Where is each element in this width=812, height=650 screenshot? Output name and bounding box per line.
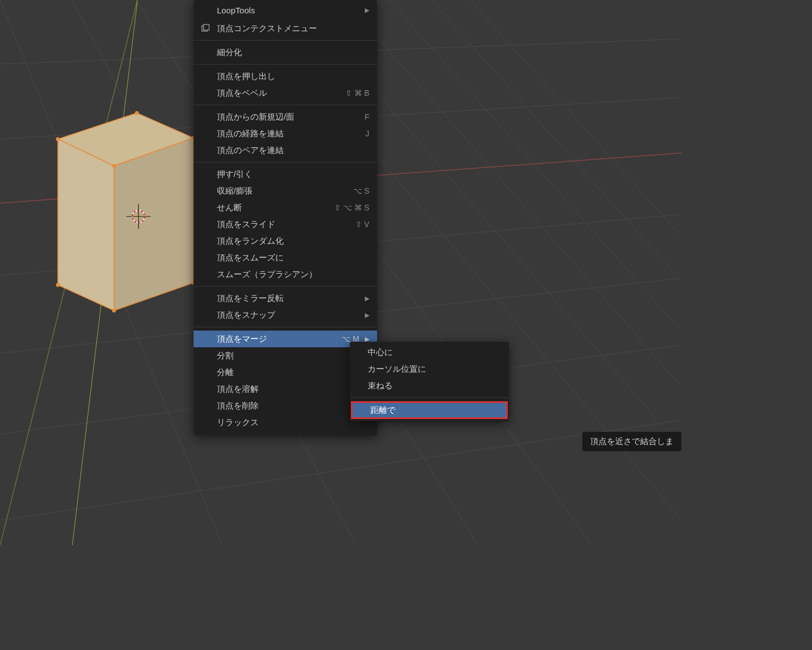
menu-label: 頂点をスムーズに	[217, 253, 369, 263]
menu-item-connect-vertex-pair[interactable]: 頂点のペアを連結	[194, 142, 377, 159]
menu-label: 収縮/膨張	[217, 186, 353, 196]
menu-label: 頂点を削除	[217, 401, 369, 411]
svg-point-22	[56, 137, 60, 141]
menu-shortcut: ⇧ ⌘ B	[345, 88, 369, 97]
menu-label: 頂点コンテクストメニュー	[217, 23, 369, 34]
menu-item-shear[interactable]: せん断 ⇧ ⌥ ⌘ S	[194, 199, 377, 216]
menu-label: 頂点のペアを連結	[217, 145, 369, 156]
merge-submenu[interactable]: 中心に カーソル位置に 束ねる 距離で	[350, 342, 509, 421]
tooltip-text: 頂点を近さで結合しま	[590, 436, 674, 446]
submenu-arrow-icon: ▶	[365, 312, 369, 319]
menu-label: LoopTools	[217, 6, 359, 15]
tooltip: 頂点を近さで結合しま	[582, 432, 681, 451]
menu-item-slide-vertices[interactable]: 頂点をスライド ⇧ V	[194, 216, 377, 233]
menu-label: 分割	[217, 351, 364, 361]
menu-label: スムーズ（ラプラシアン）	[217, 269, 369, 280]
menu-separator	[194, 40, 377, 41]
menu-separator	[194, 286, 377, 287]
menu-separator	[194, 64, 377, 65]
menu-item-subdivide[interactable]: 細分化	[194, 44, 377, 61]
menu-item-randomize-vertices[interactable]: 頂点をランダム化	[194, 233, 377, 249]
menu-separator	[194, 327, 377, 327]
menu-label: 頂点の経路を連結	[217, 129, 365, 139]
svg-rect-35	[204, 24, 209, 30]
menu-separator	[350, 397, 509, 398]
menu-item-shrink-fatten[interactable]: 収縮/膨張 ⌥ S	[194, 183, 377, 199]
svg-marker-20	[58, 139, 114, 311]
submenu-item-collapse[interactable]: 束ねる	[350, 377, 509, 394]
svg-point-26	[56, 283, 60, 287]
menu-label: 頂点を押し出し	[217, 71, 369, 82]
menu-label: 細分化	[217, 47, 369, 58]
menu-shortcut: ⇧ ⌥ ⌘ S	[334, 203, 369, 212]
menu-item-looptools[interactable]: LoopTools ▶	[194, 0, 377, 20]
menu-item-push-pull[interactable]: 押す/引く	[194, 166, 377, 183]
menu-label: 分離	[217, 367, 354, 378]
menu-item-mirror-vertices[interactable]: 頂点をミラー反転 ▶	[194, 290, 377, 307]
menu-item-connect-vertex-path[interactable]: 頂点の経路を連結 J	[194, 125, 377, 142]
menu-separator	[194, 105, 377, 105]
menu-label: せん断	[217, 203, 334, 213]
menu-item-smooth-vertices[interactable]: 頂点をスムーズに	[194, 249, 377, 266]
menu-label: 頂点をベベル	[217, 88, 345, 99]
svg-marker-21	[114, 138, 194, 311]
menu-label: 頂点をスライド	[217, 219, 355, 230]
menu-label: 束ねる	[368, 381, 501, 391]
menu-label: 頂点をマージ	[217, 334, 341, 344]
menu-item-bevel-vertices[interactable]: 頂点をベベル ⇧ ⌘ B	[194, 85, 377, 101]
menu-label: 頂点からの新規辺/面	[217, 112, 364, 122]
svg-point-25	[112, 164, 116, 168]
submenu-item-by-distance[interactable]: 距離で	[351, 401, 508, 419]
svg-point-23	[135, 111, 139, 115]
menu-item-snap-vertices[interactable]: 頂点をスナップ ▶	[194, 307, 377, 323]
menu-label: 頂点をランダム化	[217, 236, 369, 247]
menu-item-new-edge-face[interactable]: 頂点からの新規辺/面 F	[194, 109, 377, 125]
menu-shortcut: F	[364, 112, 369, 121]
menu-label: 頂点をスナップ	[217, 310, 359, 321]
menu-label: 中心に	[368, 347, 501, 358]
menu-shortcut: ⇧ V	[355, 220, 369, 229]
submenu-item-at-center[interactable]: 中心に	[350, 344, 509, 361]
context-menu-icon	[200, 23, 210, 33]
menu-label: 頂点をミラー反転	[217, 293, 359, 304]
menu-label: 押す/引く	[217, 169, 369, 180]
menu-label: リラックス	[217, 417, 369, 428]
submenu-arrow-icon: ▶	[365, 295, 369, 302]
svg-point-27	[112, 309, 116, 313]
menu-separator	[194, 162, 377, 162]
submenu-arrow-icon: ▶	[365, 7, 369, 14]
menu-item-vertex-context[interactable]: 頂点コンテクストメニュー	[194, 20, 377, 37]
menu-shortcut: J	[365, 129, 369, 138]
menu-label: 頂点を溶解	[217, 384, 369, 395]
menu-item-smooth-laplacian[interactable]: スムーズ（ラプラシアン）	[194, 266, 377, 283]
menu-shortcut: ⌥ S	[353, 186, 369, 195]
submenu-item-at-cursor[interactable]: カーソル位置に	[350, 361, 509, 377]
menu-label: 距離で	[370, 405, 498, 416]
menu-label: カーソル位置に	[368, 364, 501, 375]
menu-item-extrude-vertices[interactable]: 頂点を押し出し	[194, 68, 377, 85]
